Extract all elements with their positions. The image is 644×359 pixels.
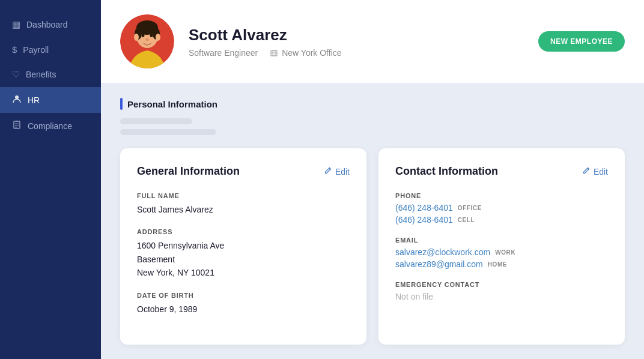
dollar-icon: $ <box>12 44 17 55</box>
profile-office-separator: New York Office <box>270 48 341 58</box>
email-work-link[interactable]: salvarez@clockwork.com <box>395 247 490 257</box>
dob-field: DATE OF BIRTH October 9, 1989 <box>137 292 350 316</box>
phone-office-badge: OFFICE <box>458 205 482 211</box>
contact-info-title: Contact Information <box>395 165 498 178</box>
accent-bar <box>120 98 123 110</box>
cards-row: General Information Edit FULL NAME Sc <box>120 148 625 345</box>
emergency-label: EMERGENCY CONTACT <box>395 281 608 288</box>
address-label: ADDRESS <box>137 228 350 235</box>
sidebar-item-hr[interactable]: HR <box>0 87 101 113</box>
new-employee-button[interactable]: NEW EMPLOYEE <box>538 31 625 52</box>
profile-name: Scott Alvarez <box>189 26 524 44</box>
sidebar-item-benefits[interactable]: ♡ Benefits <box>0 62 101 87</box>
phone-office-link[interactable]: (646) 248-6401 <box>395 203 453 213</box>
phone-cell-row: (646) 248-6401 CELL <box>395 215 608 225</box>
svg-point-0 <box>15 95 19 99</box>
main-content: Scott Alvarez Software Engineer New York… <box>101 0 644 359</box>
profile-meta: Software Engineer New York Office <box>189 48 524 58</box>
building-icon <box>270 49 278 57</box>
pencil-icon-2 <box>582 166 591 176</box>
general-info-edit-button[interactable]: Edit <box>324 166 350 176</box>
profile-header: Scott Alvarez Software Engineer New York… <box>101 0 644 83</box>
svg-point-12 <box>156 34 160 41</box>
sidebar-item-compliance[interactable]: Compliance <box>0 113 101 139</box>
email-work-badge: WORK <box>495 249 515 256</box>
email-home-row: salvarez89@gmail.com HOME <box>395 259 608 269</box>
profile-title: Software Engineer <box>189 48 258 58</box>
content-area: Personal Information General Information <box>101 83 644 359</box>
sidebar-item-label: Benefits <box>26 70 56 79</box>
svg-point-14 <box>150 34 153 37</box>
sidebar: ▦ Dashboard $ Payroll ♡ Benefits HR C <box>0 0 101 359</box>
profile-office: New York Office <box>282 48 341 58</box>
contact-info-header: Contact Information Edit <box>395 165 608 178</box>
phone-label: PHONE <box>395 192 608 199</box>
full-name-value: Scott James Alvarez <box>137 203 350 216</box>
loading-bars <box>120 118 625 135</box>
dob-value: October 9, 1989 <box>137 303 350 316</box>
contact-info-edit-button[interactable]: Edit <box>582 166 608 176</box>
pencil-icon <box>324 166 332 176</box>
svg-rect-2 <box>16 121 18 122</box>
personal-info-section: Personal Information <box>120 98 625 110</box>
sidebar-item-label: Dashboard <box>26 20 68 29</box>
phone-cell-badge: CELL <box>458 217 475 223</box>
sidebar-item-dashboard[interactable]: ▦ Dashboard <box>0 12 101 37</box>
heart-icon: ♡ <box>12 69 20 80</box>
phone-office-row: (646) 248-6401 OFFICE <box>395 203 608 213</box>
sidebar-item-label: Payroll <box>23 45 49 55</box>
phone-field: PHONE (646) 248-6401 OFFICE (646) 248-64… <box>395 192 608 225</box>
section-title: Personal Information <box>127 99 217 109</box>
sidebar-item-payroll[interactable]: $ Payroll <box>0 37 101 62</box>
email-home-badge: HOME <box>488 261 507 268</box>
contact-info-card: Contact Information Edit PHONE <box>378 148 625 345</box>
email-field: EMAIL salvarez@clockwork.com WORK salvar… <box>395 237 608 269</box>
contact-info-edit-label: Edit <box>594 167 608 176</box>
general-info-header: General Information Edit <box>137 165 350 178</box>
email-label: EMAIL <box>395 237 608 244</box>
emergency-field: EMERGENCY CONTACT Not on file <box>395 281 608 301</box>
loading-bar-2 <box>120 129 216 135</box>
dashboard-icon: ▦ <box>12 19 20 30</box>
loading-bar-1 <box>120 118 192 124</box>
email-work-row: salvarez@clockwork.com WORK <box>395 247 608 257</box>
full-name-label: FULL NAME <box>137 192 350 199</box>
svg-point-15 <box>145 38 149 41</box>
email-home-link[interactable]: salvarez89@gmail.com <box>395 259 483 269</box>
clipboard-icon <box>12 120 22 131</box>
svg-point-13 <box>142 34 145 37</box>
full-name-field: FULL NAME Scott James Alvarez <box>137 192 350 216</box>
person-icon <box>12 94 22 106</box>
emergency-value: Not on file <box>395 292 608 301</box>
svg-point-11 <box>134 34 139 41</box>
dob-label: DATE OF BIRTH <box>137 292 350 299</box>
general-info-title: General Information <box>137 165 240 178</box>
general-info-card: General Information Edit FULL NAME Sc <box>120 148 366 345</box>
address-value: 1600 Pennsylvania AveBasementNew York, N… <box>137 239 350 279</box>
address-field: ADDRESS 1600 Pennsylvania AveBasementNew… <box>137 228 350 279</box>
general-info-edit-label: Edit <box>335 167 350 176</box>
profile-info: Scott Alvarez Software Engineer New York… <box>189 26 524 58</box>
phone-cell-link[interactable]: (646) 248-6401 <box>395 215 453 225</box>
sidebar-item-label: Compliance <box>28 121 72 131</box>
avatar <box>120 14 174 68</box>
sidebar-item-label: HR <box>28 95 40 105</box>
